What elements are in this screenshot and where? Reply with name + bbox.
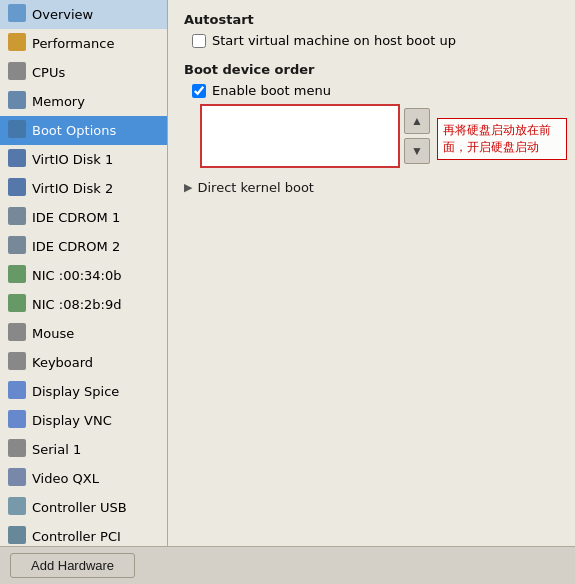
sidebar-label-overview: Overview [32,7,93,22]
annotation-text: 再将硬盘启动放在前面，开启硬盘启动 [437,118,567,160]
display-vnc-icon [8,410,26,431]
app-window: OverviewPerformanceCPUsMemoryBoot Option… [0,0,575,584]
cpus-icon [8,62,26,83]
autostart-row: Start virtual machine on host boot up [192,33,559,48]
memory-icon [8,91,26,112]
keyboard-icon [8,352,26,373]
sidebar-label-performance: Performance [32,36,114,51]
sidebar-item-overview[interactable]: Overview [0,0,167,29]
sidebar-label-video-qxl: Video QXL [32,471,99,486]
sidebar-label-virtio-disk-1: VirtIO Disk 1 [32,152,113,167]
add-hardware-button[interactable]: Add Hardware [10,553,135,578]
overview-icon [8,4,26,25]
enable-boot-menu-row: Enable boot menu [192,83,559,98]
sidebar-label-virtio-disk-2: VirtIO Disk 2 [32,181,113,196]
sidebar-item-cpus[interactable]: CPUs [0,58,167,87]
sidebar-item-controller-pci[interactable]: Controller PCI [0,522,167,546]
virtio-disk-2-icon [8,178,26,199]
nic-2-icon [8,294,26,315]
sidebar-item-controller-usb[interactable]: Controller USB [0,493,167,522]
sidebar-item-nic-2[interactable]: NIC :08:2b:9d [0,290,167,319]
ide-cdrom-1-icon [8,207,26,228]
controller-usb-icon [8,497,26,518]
sidebar-item-performance[interactable]: Performance [0,29,167,58]
direct-kernel-expander[interactable]: ▶ Direct kernel boot [184,180,559,195]
sidebar-label-cpus: CPUs [32,65,65,80]
autostart-checkbox[interactable] [192,34,206,48]
sidebar-item-memory[interactable]: Memory [0,87,167,116]
sidebar-label-nic-2: NIC :08:2b:9d [32,297,122,312]
nic-1-icon [8,265,26,286]
serial-1-icon [8,439,26,460]
virtio-disk-1-icon [8,149,26,170]
autostart-section: Autostart Start virtual machine on host … [184,12,559,48]
sidebar-label-boot-options: Boot Options [32,123,116,138]
move-down-button[interactable]: ▼ [404,138,430,164]
boot-device-list [200,104,400,168]
sidebar-label-controller-pci: Controller PCI [32,529,121,544]
sidebar-item-mouse[interactable]: Mouse [0,319,167,348]
enable-boot-menu-label: Enable boot menu [212,83,331,98]
sidebar-item-boot-options[interactable]: Boot Options [0,116,167,145]
sidebar-label-serial-1: Serial 1 [32,442,81,457]
sidebar-label-memory: Memory [32,94,85,109]
sidebar-item-display-spice[interactable]: Display Spice [0,377,167,406]
boot-order-arrows: ▲ ▼ [400,104,434,168]
sidebar-label-display-vnc: Display VNC [32,413,112,428]
main-panel: Autostart Start virtual machine on host … [168,0,575,546]
sidebar-item-virtio-disk-1[interactable]: VirtIO Disk 1 [0,145,167,174]
boot-order-title: Boot device order [184,62,559,77]
bottom-bar: Add Hardware [0,546,575,584]
mouse-icon [8,323,26,344]
autostart-title: Autostart [184,12,559,27]
sidebar-item-ide-cdrom-1[interactable]: IDE CDROM 1 [0,203,167,232]
video-qxl-icon [8,468,26,489]
move-up-button[interactable]: ▲ [404,108,430,134]
sidebar-item-display-vnc[interactable]: Display VNC [0,406,167,435]
boot-options-icon [8,120,26,141]
content-area: OverviewPerformanceCPUsMemoryBoot Option… [0,0,575,546]
sidebar-item-ide-cdrom-2[interactable]: IDE CDROM 2 [0,232,167,261]
sidebar-label-ide-cdrom-1: IDE CDROM 1 [32,210,120,225]
sidebar-label-controller-usb: Controller USB [32,500,127,515]
autostart-label: Start virtual machine on host boot up [212,33,456,48]
sidebar-label-keyboard: Keyboard [32,355,93,370]
sidebar-item-nic-1[interactable]: NIC :00:34:0b [0,261,167,290]
sidebar-item-virtio-disk-2[interactable]: VirtIO Disk 2 [0,174,167,203]
direct-kernel-label: Direct kernel boot [197,180,313,195]
display-spice-icon [8,381,26,402]
sidebar: OverviewPerformanceCPUsMemoryBoot Option… [0,0,168,546]
sidebar-item-serial-1[interactable]: Serial 1 [0,435,167,464]
direct-kernel-section: ▶ Direct kernel boot [184,180,559,195]
sidebar-label-nic-1: NIC :00:34:0b [32,268,122,283]
ide-cdrom-2-icon [8,236,26,257]
controller-pci-icon [8,526,26,546]
enable-boot-menu-checkbox[interactable] [192,84,206,98]
expander-arrow-icon: ▶ [184,181,192,194]
sidebar-item-video-qxl[interactable]: Video QXL [0,464,167,493]
sidebar-label-mouse: Mouse [32,326,74,341]
sidebar-item-keyboard[interactable]: Keyboard [0,348,167,377]
sidebar-label-ide-cdrom-2: IDE CDROM 2 [32,239,120,254]
sidebar-label-display-spice: Display Spice [32,384,119,399]
performance-icon [8,33,26,54]
